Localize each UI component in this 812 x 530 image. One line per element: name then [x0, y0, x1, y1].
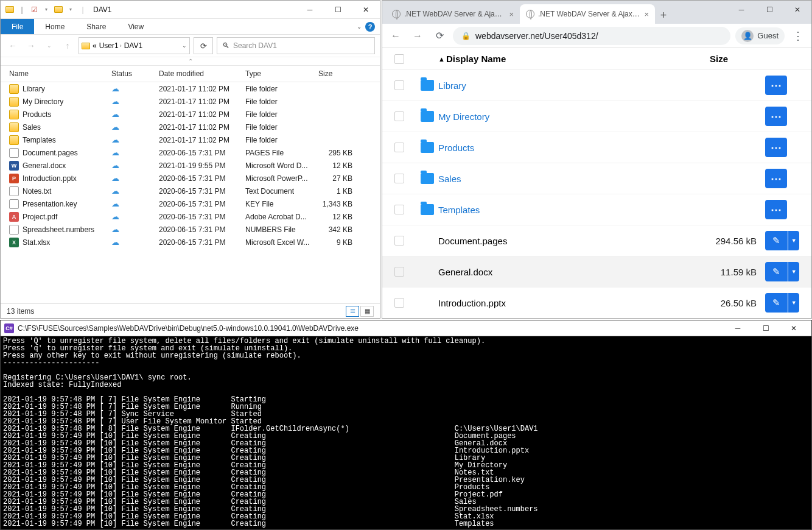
terminal-body[interactable]: Press 'Q' to unregister file system, del… [1, 336, 811, 529]
chevron-down-icon[interactable]: ⌄ [357, 23, 362, 30]
maximize-button[interactable]: ☐ [752, 320, 780, 336]
edit-dropdown-button[interactable]: ▼ [788, 293, 799, 313]
close-button[interactable]: ✕ [780, 320, 808, 336]
reload-button[interactable]: ⟳ [431, 27, 448, 44]
explorer-titlebar[interactable]: | ☑ ▾ ▾ | DAV1 ─ ☐ ✕ [1, 1, 380, 19]
col-name[interactable]: Name [1, 66, 103, 82]
row-name[interactable]: Products [438, 143, 692, 153]
row-name[interactable]: Library [438, 80, 692, 91]
col-size[interactable]: Size [310, 66, 360, 82]
row-checkbox[interactable] [394, 111, 404, 121]
file-row[interactable]: Spreadsheet.numbers☁2020-06-15 7:31 PMNU… [1, 223, 380, 236]
search-input[interactable]: 🔍︎ Search DAV1 [217, 37, 375, 54]
back-button[interactable]: ← [5, 38, 20, 53]
row-checkbox[interactable] [394, 143, 404, 152]
icons-view-button[interactable]: ▦ [360, 306, 374, 317]
terminal-titlebar[interactable]: C# C:\FS\FUSE\Sources\Samples\WebDAVDriv… [1, 320, 811, 336]
maximize-button[interactable]: ☐ [755, 1, 783, 19]
file-row[interactable]: Presentation.key☁2020-06-15 7:31 PMKEY F… [1, 197, 380, 210]
file-row[interactable]: Library☁2021-01-17 11:02 PMFile folder [1, 82, 380, 95]
webdav-row[interactable]: Sales⋯ [382, 163, 811, 194]
webdav-row[interactable]: Introduction.pptx26.50 kB✎▼ [382, 288, 811, 318]
col-size[interactable]: Size [682, 54, 755, 64]
select-all-checkbox[interactable] [394, 54, 404, 64]
history-dropdown[interactable]: ⌄ [42, 38, 57, 53]
close-tab-icon[interactable]: × [644, 10, 649, 19]
row-checkbox[interactable] [394, 298, 404, 308]
file-row[interactable]: AProject.pdf☁2020-06-15 7:31 PMAdobe Acr… [1, 210, 380, 223]
chevron-right-icon[interactable]: › [120, 43, 122, 49]
file-row[interactable]: Notes.txt☁2020-06-15 7:31 PMText Documen… [1, 185, 380, 197]
address-field[interactable]: 🔒 webdavserver.net/User405d312/ [453, 27, 730, 45]
webdav-row[interactable]: Document.pages294.56 kB✎▼ [382, 225, 811, 256]
back-button[interactable]: ← [387, 27, 404, 44]
ribbon-tab-home[interactable]: Home [34, 19, 75, 34]
row-checkbox[interactable] [394, 236, 404, 246]
address-dropdown-icon[interactable]: ⌄ [182, 43, 187, 49]
col-displayname[interactable]: ▲Display Name [438, 54, 682, 64]
menu-button[interactable]: ⋮ [789, 29, 807, 43]
file-row[interactable]: Sales☁2021-01-17 11:02 PMFile folder [1, 121, 380, 133]
row-menu-button[interactable]: ⋯ [765, 200, 787, 219]
browser-tab[interactable]: .NET WebDAV Server & Ajax Libr × [386, 4, 520, 24]
breadcrumb-seg[interactable]: DAV1 [124, 41, 142, 50]
up-button[interactable]: ↑ [60, 38, 75, 53]
address-bar[interactable]: « User1› DAV1 ⌄ [79, 37, 190, 54]
edit-dropdown-button[interactable]: ▼ [788, 231, 799, 250]
file-grid[interactable]: Library☁2021-01-17 11:02 PMFile folderMy… [1, 82, 380, 303]
breadcrumb-root[interactable]: « [93, 41, 97, 50]
row-checkbox[interactable] [394, 174, 404, 183]
qat-dropdown-icon[interactable]: ▾ [65, 4, 76, 15]
file-row[interactable]: Products☁2021-01-17 11:02 PMFile folder [1, 108, 380, 121]
webdav-row[interactable]: Library⋯ [382, 70, 811, 101]
edit-button[interactable]: ✎ [765, 293, 788, 313]
browser-tab-active[interactable]: .NET WebDAV Server & Ajax Libr × [520, 4, 655, 24]
breadcrumb-seg[interactable]: User1 [99, 41, 119, 50]
row-menu-button[interactable]: ⋯ [765, 138, 787, 157]
new-tab-button[interactable]: + [655, 7, 672, 24]
webdav-row[interactable]: My Directory⋯ [382, 101, 811, 132]
row-name[interactable]: My Directory [438, 111, 692, 122]
file-row[interactable]: Templates☁2021-01-17 11:02 PMFile folder [1, 133, 380, 146]
file-row[interactable]: XStat.xlsx☁2020-06-15 7:31 PMMicrosoft E… [1, 236, 380, 249]
close-button[interactable]: ✕ [352, 1, 380, 19]
file-row[interactable]: Document.pages☁2020-06-15 7:31 PMPAGES F… [1, 146, 380, 159]
col-status[interactable]: Status [103, 66, 150, 82]
webdav-row[interactable]: Products⋯ [382, 132, 811, 163]
row-name[interactable]: Sales [438, 174, 692, 184]
file-row[interactable]: My Directory☁2021-01-17 11:02 PMFile fol… [1, 95, 380, 108]
webdav-row[interactable]: General.docx11.59 kB✎▼ [382, 256, 811, 288]
row-name[interactable]: Templates [438, 205, 692, 215]
col-type[interactable]: Type [237, 66, 310, 82]
ribbon-file-tab[interactable]: File [1, 19, 34, 34]
row-checkbox[interactable] [394, 205, 404, 214]
minimize-button[interactable]: ─ [727, 1, 755, 19]
minimize-button[interactable]: ─ [296, 1, 324, 19]
row-checkbox[interactable] [394, 267, 404, 277]
forward-button[interactable]: → [409, 27, 426, 44]
edit-dropdown-button[interactable]: ▼ [788, 262, 799, 281]
edit-button[interactable]: ✎ [765, 231, 788, 250]
edit-button[interactable]: ✎ [765, 262, 788, 281]
row-menu-button[interactable]: ⋯ [765, 107, 787, 126]
webdav-row[interactable]: Templates⋯ [382, 194, 811, 225]
profile-badge[interactable]: 👤 Guest [735, 27, 785, 44]
close-button[interactable]: ✕ [783, 1, 811, 19]
ribbon-tab-view[interactable]: View [117, 19, 155, 34]
help-icon[interactable]: ? [365, 22, 375, 32]
qat-dropdown-icon[interactable]: ▾ [41, 4, 52, 15]
scroll-up-caret[interactable]: ⌃ [1, 57, 380, 65]
ribbon-tab-share[interactable]: Share [75, 19, 117, 34]
refresh-button[interactable]: ⟳ [194, 37, 213, 54]
file-row[interactable]: PIntroduction.pptx☁2020-06-15 7:31 PMMic… [1, 172, 380, 185]
close-tab-icon[interactable]: × [509, 10, 514, 19]
row-checkbox[interactable] [394, 80, 404, 90]
checkmark-icon[interactable]: ☑ [29, 4, 40, 15]
details-view-button[interactable]: ☰ [346, 306, 359, 317]
row-menu-button[interactable]: ⋯ [765, 76, 787, 95]
forward-button[interactable]: → [24, 38, 38, 53]
col-date[interactable]: Date modified [150, 66, 237, 82]
minimize-button[interactable]: ─ [724, 320, 752, 336]
maximize-button[interactable]: ☐ [324, 1, 352, 19]
row-menu-button[interactable]: ⋯ [765, 169, 787, 188]
